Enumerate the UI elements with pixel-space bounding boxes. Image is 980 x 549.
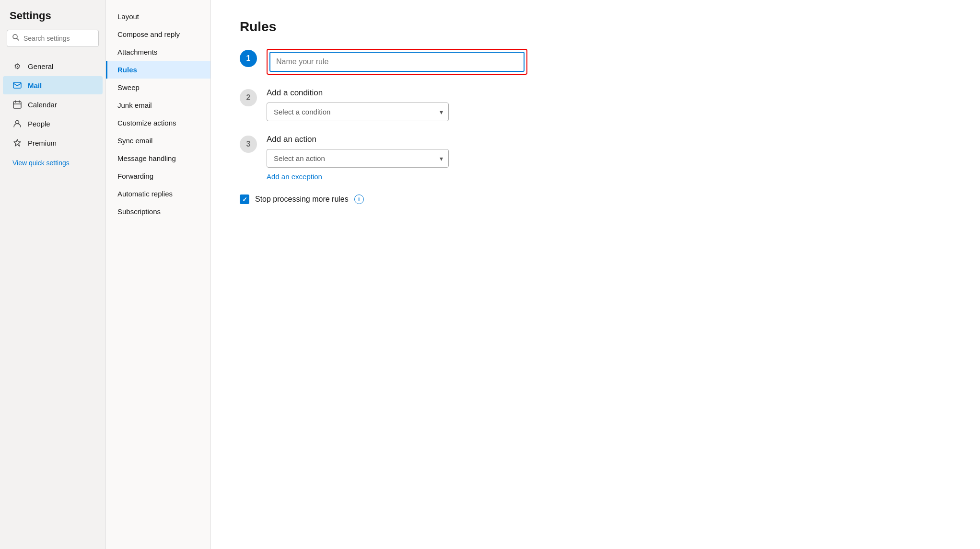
middle-item-customize-actions[interactable]: Customize actions (106, 114, 210, 132)
main-content: Rules 1 2 Add a condition Select a condi… (211, 0, 980, 549)
svg-rect-2 (13, 82, 21, 88)
middle-item-rules[interactable]: Rules (106, 61, 210, 79)
mail-icon (12, 80, 22, 90)
step-2-bubble: 2 (240, 89, 257, 106)
middle-item-junk-email[interactable]: Junk email (106, 96, 210, 114)
sidebar-item-people[interactable]: People (3, 114, 103, 133)
rule-name-input[interactable] (269, 52, 525, 72)
sidebar-title: Settings (0, 10, 105, 30)
sidebar-item-premium[interactable]: Premium (3, 134, 103, 152)
condition-dropdown-wrapper: Select a condition ▾ (267, 103, 449, 121)
step-3-row: 3 Add an action Select an action ▾ Add a… (240, 135, 527, 181)
middle-item-subscriptions[interactable]: Subscriptions (106, 203, 210, 220)
action-dropdown-wrapper: Select an action ▾ (267, 149, 449, 168)
svg-rect-3 (13, 102, 21, 108)
sidebar-item-label-calendar: Calendar (28, 101, 57, 109)
search-input[interactable] (23, 34, 93, 42)
checkmark-icon: ✓ (242, 196, 247, 203)
step-3-bubble: 3 (240, 136, 257, 153)
rule-name-wrapper (267, 49, 527, 75)
stop-processing-checkbox[interactable]: ✓ (240, 194, 249, 204)
gear-icon: ⚙ (12, 61, 22, 71)
middle-column: Layout Compose and reply Attachments Rul… (105, 0, 211, 549)
rules-form: 1 2 Add a condition Select a condition ▾ (240, 49, 527, 204)
page-title: Rules (240, 19, 951, 34)
svg-line-1 (17, 38, 19, 40)
middle-item-compose-reply[interactable]: Compose and reply (106, 25, 210, 43)
step-1-row: 1 (240, 49, 527, 75)
sidebar-item-label-mail: Mail (28, 81, 42, 90)
sidebar-item-calendar[interactable]: Calendar (3, 95, 103, 114)
step-3-label: Add an action (267, 135, 527, 144)
middle-item-layout[interactable]: Layout (106, 8, 210, 25)
calendar-icon (12, 100, 22, 109)
sidebar-item-label-people: People (28, 120, 50, 128)
step-3-content: Add an action Select an action ▾ Add an … (267, 135, 527, 181)
action-dropdown[interactable]: Select an action (267, 149, 449, 168)
step-2-row: 2 Add a condition Select a condition ▾ (240, 88, 527, 121)
stop-processing-label: Stop processing more rules (255, 195, 349, 204)
premium-icon (12, 138, 22, 148)
sidebar-nav: ⚙ General Mail Calendar (0, 57, 105, 152)
condition-dropdown[interactable]: Select a condition (267, 103, 449, 121)
sidebar-item-label-premium: Premium (28, 139, 57, 147)
sidebar: Settings ⚙ General Mail (0, 0, 105, 549)
stop-processing-row: ✓ Stop processing more rules i (240, 194, 527, 204)
step-2-label: Add a condition (267, 88, 527, 98)
search-box[interactable] (7, 30, 99, 47)
middle-item-automatic-replies[interactable]: Automatic replies (106, 185, 210, 203)
middle-item-attachments[interactable]: Attachments (106, 43, 210, 61)
info-icon[interactable]: i (354, 194, 364, 204)
people-icon (12, 119, 22, 128)
sidebar-item-general[interactable]: ⚙ General (3, 57, 103, 75)
middle-item-message-handling[interactable]: Message handling (106, 149, 210, 167)
sidebar-item-mail[interactable]: Mail (3, 76, 103, 94)
step-2-content: Add a condition Select a condition ▾ (267, 88, 527, 121)
middle-item-forwarding[interactable]: Forwarding (106, 167, 210, 185)
step-1-content (267, 49, 527, 75)
sidebar-item-label-general: General (28, 62, 53, 70)
view-quick-settings-link[interactable]: View quick settings (3, 154, 103, 172)
middle-item-sync-email[interactable]: Sync email (106, 132, 210, 149)
add-exception-link[interactable]: Add an exception (267, 172, 322, 181)
middle-item-sweep[interactable]: Sweep (106, 79, 210, 96)
search-icon (12, 34, 20, 43)
step-1-bubble: 1 (240, 50, 257, 67)
